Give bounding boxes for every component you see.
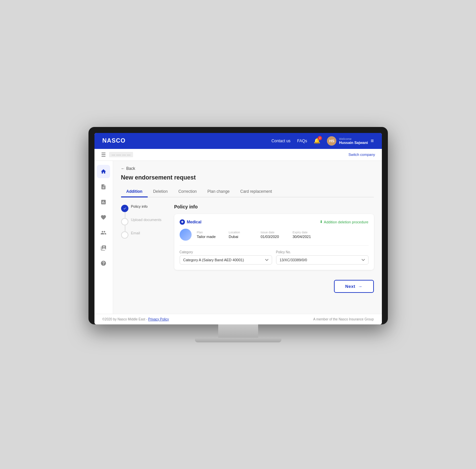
sidebar-item-reports[interactable] bbox=[97, 195, 110, 209]
tab-card-replacement[interactable]: Card replacement bbox=[235, 186, 277, 197]
sidebar-item-documents[interactable] bbox=[97, 241, 110, 255]
footer-left: ©2020 by Nasco Middle East - Privacy Pol… bbox=[102, 317, 169, 321]
location-label: Location bbox=[229, 231, 255, 234]
step-2-circle bbox=[121, 218, 128, 225]
policy-no-label: Policy No. bbox=[276, 250, 369, 254]
breadcrumb: --- ---- --- --- bbox=[109, 152, 133, 157]
sidebar-item-health[interactable] bbox=[97, 211, 110, 224]
faqs-link[interactable]: FAQs bbox=[297, 139, 307, 143]
users-icon bbox=[100, 230, 106, 236]
logo: NASCO bbox=[102, 137, 126, 144]
plan-label: Plan bbox=[197, 231, 224, 234]
policy-details-row: Plan Tailor made Location Dubai bbox=[180, 229, 369, 246]
member-text: A member of the Nasco Insurance Group bbox=[313, 317, 374, 321]
documents-icon bbox=[100, 245, 106, 251]
tab-addition[interactable]: Addition bbox=[121, 186, 148, 197]
step-1-label: Policy info bbox=[131, 204, 148, 209]
next-button[interactable]: Next → bbox=[334, 280, 374, 293]
main-layout: ← Back New endorsement request Addition … bbox=[94, 161, 382, 314]
home-icon bbox=[100, 169, 106, 175]
category-label: Category bbox=[180, 250, 272, 254]
policy-no-dropdown-group: Policy No. 13/XC/33389/0/0 13/XC/33389/0… bbox=[276, 250, 369, 265]
form-content: Policy info ✚ Medical ⬇ bbox=[174, 204, 374, 293]
reports-icon bbox=[100, 199, 106, 205]
policy-card-header: ✚ Medical ⬇ Addition deletion procedure bbox=[180, 219, 369, 225]
sidebar-item-home[interactable] bbox=[97, 165, 110, 178]
category-dropdown-group: Category Category A (Salary Band AED 400… bbox=[180, 250, 272, 265]
content-area: ← Back New endorsement request Addition … bbox=[113, 161, 382, 314]
download-icon: ⬇ bbox=[320, 220, 323, 224]
sidebar-item-claims[interactable] bbox=[97, 180, 110, 193]
policy-plan: Plan Tailor made bbox=[197, 231, 224, 239]
tab-plan-change[interactable]: Plan change bbox=[202, 186, 235, 197]
policy-logo bbox=[180, 229, 192, 241]
sidebar bbox=[94, 161, 113, 314]
addition-procedure-link[interactable]: ⬇ Addition deletion procedure bbox=[320, 220, 369, 224]
step-3-label: Email bbox=[131, 231, 140, 236]
policy-type-badge: ✚ Medical bbox=[180, 219, 202, 225]
issue-date-label: Issue date bbox=[261, 231, 287, 234]
top-navigation: NASCO Contact us FAQs 🔔 2 HS bbox=[94, 133, 382, 149]
policy-no-select[interactable]: 13/XC/33389/0/0 13/XC/33389/0/1 bbox=[276, 255, 369, 265]
sub-header: ☰ --- ---- --- --- Switch company bbox=[94, 149, 382, 161]
next-button-row: Next → bbox=[174, 280, 374, 293]
arrow-right-icon: → bbox=[358, 284, 363, 289]
policy-type-label: Medical bbox=[187, 220, 202, 224]
sidebar-toggle-icon[interactable]: ☰ bbox=[101, 152, 106, 158]
issue-date-value: 01/03/2020 bbox=[261, 235, 287, 239]
copyright-text: ©2020 by Nasco Middle East - bbox=[102, 317, 148, 321]
heart-icon bbox=[100, 214, 106, 220]
privacy-policy-link[interactable]: Privacy Policy bbox=[148, 317, 169, 321]
contact-us-link[interactable]: Contact us bbox=[271, 139, 290, 143]
claims-icon bbox=[100, 184, 106, 190]
form-section-title: Policy info bbox=[174, 204, 374, 209]
sidebar-item-help[interactable] bbox=[97, 257, 110, 270]
step-1-circle bbox=[121, 205, 128, 212]
tab-deletion[interactable]: Deletion bbox=[148, 186, 173, 197]
avatar: HS bbox=[327, 136, 336, 146]
hamburger-menu-icon[interactable]: ≡ bbox=[371, 138, 374, 144]
location-value: Dubai bbox=[229, 235, 255, 239]
dropdowns-row: Category Category A (Salary Band AED 400… bbox=[180, 250, 369, 265]
expiry-date-value: 30/04/2021 bbox=[293, 235, 319, 239]
tabs-row: Addition Deletion Correction Plan change… bbox=[121, 186, 374, 197]
switch-company-link[interactable]: Switch company bbox=[348, 153, 375, 157]
help-icon bbox=[100, 260, 106, 266]
step-upload-documents: Upload documents bbox=[121, 217, 168, 225]
steps-sidebar: Policy info Upload documents Email bbox=[121, 204, 168, 293]
expiry-date-label: Expiry date bbox=[293, 231, 319, 234]
form-layout: Policy info Upload documents Email bbox=[121, 204, 374, 293]
policy-location: Location Dubai bbox=[229, 231, 255, 239]
policy-expiry-date: Expiry date 30/04/2021 bbox=[293, 231, 319, 239]
sidebar-item-users[interactable] bbox=[97, 226, 110, 239]
step-3-circle bbox=[121, 231, 128, 239]
footer: ©2020 by Nasco Middle East - Privacy Pol… bbox=[94, 314, 382, 324]
policy-card: ✚ Medical ⬇ Addition deletion procedure bbox=[174, 214, 374, 270]
footer-right: A member of the Nasco Insurance Group bbox=[313, 317, 374, 321]
tab-correction[interactable]: Correction bbox=[173, 186, 202, 197]
back-label: Back bbox=[126, 166, 135, 171]
back-link[interactable]: ← Back bbox=[121, 166, 374, 171]
notification-badge: 2 bbox=[318, 136, 322, 140]
page-title: New endorsement request bbox=[121, 174, 374, 181]
step-policy-info: Policy info bbox=[121, 204, 168, 212]
policy-issue-date: Issue date 01/03/2020 bbox=[261, 231, 287, 239]
step-2-label: Upload documents bbox=[131, 217, 162, 222]
medical-cross-icon: ✚ bbox=[180, 219, 185, 225]
nav-right: Contact us FAQs 🔔 2 HS Welcome bbox=[271, 136, 374, 146]
user-menu[interactable]: HS Welcome Hussain Sajwani ≡ bbox=[327, 136, 374, 146]
step-email: Email bbox=[121, 231, 168, 239]
check-icon bbox=[123, 207, 126, 210]
welcome-label: Welcome bbox=[339, 137, 368, 141]
back-arrow-icon: ← bbox=[121, 166, 125, 171]
username-label: Hussain Sajwani bbox=[339, 141, 368, 145]
notifications-bell[interactable]: 🔔 2 bbox=[314, 138, 320, 144]
category-select[interactable]: Category A (Salary Band AED 40001) Categ… bbox=[180, 255, 272, 265]
plan-value: Tailor made bbox=[197, 235, 224, 239]
